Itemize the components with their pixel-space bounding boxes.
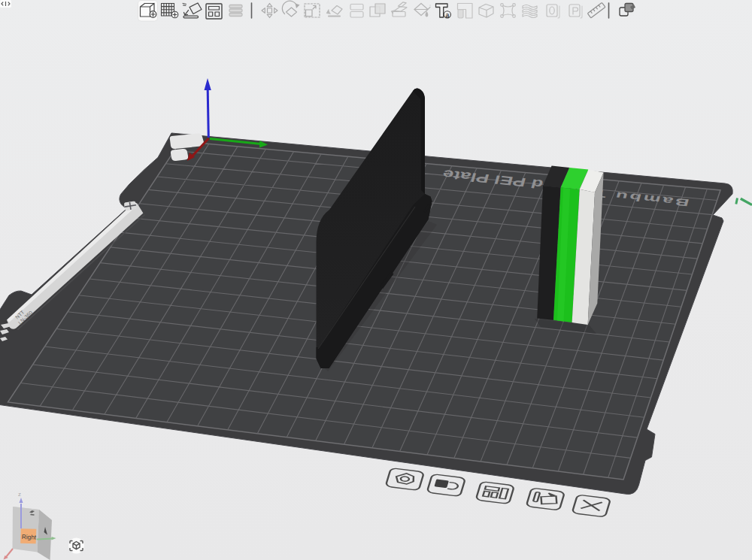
svg-text:a: a xyxy=(446,11,450,19)
svg-text:Right: Right xyxy=(22,533,38,541)
svg-text:z: z xyxy=(18,491,21,498)
